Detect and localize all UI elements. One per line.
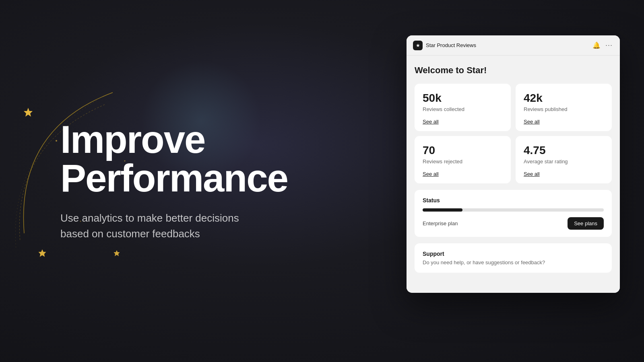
status-label: Status xyxy=(423,197,604,204)
support-title: Support xyxy=(423,251,604,257)
hero-title: Improve Performance xyxy=(60,120,350,197)
stats-grid: 50k Reviews collected See all 42k Review… xyxy=(415,84,612,183)
title-bar-actions: 🔔 ··· xyxy=(592,40,613,50)
stat-link-0[interactable]: See all xyxy=(423,119,503,125)
status-card: Status Enterprise plan See plans xyxy=(415,190,612,237)
status-footer: Enterprise plan See plans xyxy=(423,217,604,230)
stat-value-1: 42k xyxy=(524,92,604,105)
app-icon-star: ★ xyxy=(416,43,420,48)
stat-label-0: Reviews collected xyxy=(423,106,503,112)
more-icon: ··· xyxy=(605,41,613,49)
bell-icon: 🔔 xyxy=(592,41,601,49)
stat-label-3: Average star rating xyxy=(524,158,604,165)
stat-value-3: 4.75 xyxy=(524,144,604,157)
stat-label-2: Reviews rejected xyxy=(423,158,503,165)
support-card: Support Do you need help, or have sugges… xyxy=(415,243,612,273)
stat-link-1[interactable]: See all xyxy=(524,119,604,125)
stat-value-0: 50k xyxy=(423,92,503,105)
welcome-heading: Welcome to Star! xyxy=(415,65,612,76)
title-bar: ★ Star Product Reviews 🔔 ··· xyxy=(407,35,620,56)
hero-section: Improve Performance Use analytics to mak… xyxy=(0,0,350,362)
see-plans-button[interactable]: See plans xyxy=(568,217,604,230)
stat-card-reviews-rejected: 70 Reviews rejected See all xyxy=(415,136,511,183)
stat-value-2: 70 xyxy=(423,144,503,157)
hero-subtitle: Use analytics to make better decisions b… xyxy=(60,210,258,242)
app-window: ★ Star Product Reviews 🔔 ··· Welcome to … xyxy=(407,35,620,293)
app-content: Welcome to Star! 50k Reviews collected S… xyxy=(407,56,620,293)
more-button[interactable]: ··· xyxy=(605,40,613,50)
progress-bar-fill xyxy=(423,208,462,212)
stat-label-1: Reviews published xyxy=(524,106,604,112)
stat-card-avg-rating: 4.75 Average star rating See all xyxy=(516,136,612,183)
support-text: Do you need help, or have suggestions or… xyxy=(423,259,604,265)
plan-label: Enterprise plan xyxy=(423,220,458,226)
app-icon: ★ xyxy=(413,41,423,50)
progress-bar-background xyxy=(423,208,604,212)
stat-link-3[interactable]: See all xyxy=(524,171,604,177)
stat-card-reviews-collected: 50k Reviews collected See all xyxy=(415,84,511,131)
window-title: Star Product Reviews xyxy=(426,42,588,48)
bell-button[interactable]: 🔔 xyxy=(592,41,601,50)
stat-link-2[interactable]: See all xyxy=(423,171,503,177)
stat-card-reviews-published: 42k Reviews published See all xyxy=(516,84,612,131)
